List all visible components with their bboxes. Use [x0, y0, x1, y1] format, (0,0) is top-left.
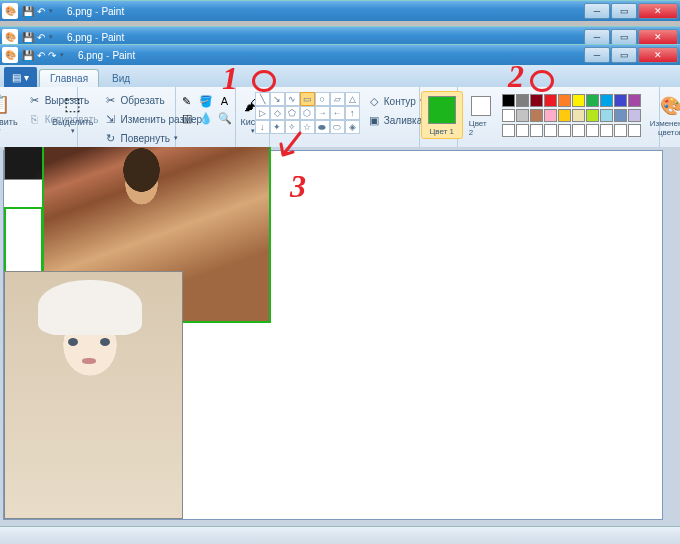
zoom-tool[interactable]: 🔍 [216, 110, 234, 126]
eraser-tool[interactable]: ◫ [178, 110, 196, 126]
swatch[interactable] [530, 109, 543, 122]
title-filename: 6.png [78, 50, 103, 61]
canvas-viewport[interactable] [0, 147, 680, 526]
minimize-button[interactable]: ─ [584, 47, 610, 63]
palette-row1[interactable] [502, 94, 641, 107]
qat-undo[interactable]: ↶ [37, 6, 45, 17]
swatch[interactable] [628, 94, 641, 107]
qat-redo[interactable]: ↷ [48, 50, 56, 61]
swatch[interactable] [614, 94, 627, 107]
swatch[interactable] [628, 109, 641, 122]
app-icon: 🎨 [2, 3, 18, 19]
swatch-empty[interactable] [516, 124, 529, 137]
crop-icon: ✂ [104, 93, 118, 107]
swatch[interactable] [614, 109, 627, 122]
swatch-empty[interactable] [600, 124, 613, 137]
qat-save[interactable]: 💾 [22, 50, 34, 61]
edit-colors-button[interactable]: 🎨 Изменение цветов [645, 91, 680, 140]
select-icon: ⬚ [61, 92, 85, 116]
swatch[interactable] [544, 94, 557, 107]
swatch[interactable] [600, 94, 613, 107]
maximize-button[interactable]: ▭ [611, 3, 637, 19]
statusbar [0, 526, 680, 544]
qat-more[interactable]: ▾ [49, 7, 53, 15]
color1-swatch [428, 96, 456, 124]
qat-more[interactable]: ▾ [60, 51, 64, 59]
swatch-empty[interactable] [586, 124, 599, 137]
swatch[interactable] [516, 94, 529, 107]
swatch[interactable] [600, 109, 613, 122]
shapes-gallery[interactable]: ╲↘∿▭○▱△ ▷◇⬠⬡→←↑ ↓✦✧☆⬬⬭◈ [255, 92, 360, 134]
swatch[interactable] [558, 109, 571, 122]
swatch[interactable] [544, 109, 557, 122]
swatch[interactable] [516, 109, 529, 122]
swatch[interactable] [502, 109, 515, 122]
qat-undo[interactable]: ↶ [37, 50, 45, 61]
close-button[interactable]: ✕ [638, 29, 678, 45]
swatch-empty[interactable] [614, 124, 627, 137]
swatch[interactable] [502, 94, 515, 107]
picker-tool[interactable]: 💧 [197, 110, 215, 126]
text-tool[interactable]: A [216, 93, 234, 109]
close-button[interactable]: ✕ [638, 47, 678, 63]
qat-save[interactable]: 💾 [22, 6, 34, 17]
title-app: Paint [112, 50, 135, 61]
fill-icon: ▣ [367, 113, 381, 127]
swatch[interactable] [586, 109, 599, 122]
titlebar-main[interactable]: 🎨 💾 ↶ ↷ ▾ 6.png - Paint ─ ▭ ✕ [0, 44, 680, 65]
swatch-empty[interactable] [572, 124, 585, 137]
resize-icon: ⇲ [104, 112, 118, 126]
rotate-icon: ↻ [104, 131, 118, 145]
qat-undo[interactable]: ↶ [37, 32, 45, 43]
edit-colors-icon: 🎨 [659, 94, 681, 118]
ribbon-tabs: ▤▾ Главная Вид [0, 65, 680, 87]
swatch-empty[interactable] [502, 124, 515, 137]
paste-button[interactable]: 📋 Вставить ▾ [0, 89, 23, 138]
canvas[interactable] [3, 150, 663, 520]
title-filename: 6.png [67, 6, 92, 17]
tab-view[interactable]: Вид [101, 69, 141, 87]
fill-tool[interactable]: 🪣 [197, 93, 215, 109]
qat-save[interactable]: 💾 [22, 32, 34, 43]
maximize-button[interactable]: ▭ [611, 47, 637, 63]
swatch[interactable] [586, 94, 599, 107]
select-button[interactable]: ⬚ Выделить ▾ [47, 89, 99, 138]
paste-icon: 📋 [0, 92, 11, 116]
outline-icon: ◇ [367, 94, 381, 108]
color1-button[interactable]: Цвет 1 [421, 91, 463, 139]
pencil-tool[interactable]: ✎ [178, 93, 196, 109]
swatch-empty[interactable] [628, 124, 641, 137]
shape-rectangle-selected: ▭ [300, 92, 315, 106]
swatch[interactable] [572, 109, 585, 122]
file-menu-button[interactable]: ▤▾ [4, 67, 37, 87]
swatch-empty[interactable] [530, 124, 543, 137]
swatch-empty[interactable] [558, 124, 571, 137]
cut-icon: ✂ [28, 93, 42, 107]
color2-swatch [471, 96, 491, 116]
photo-baby[interactable] [4, 271, 183, 519]
swatch[interactable] [558, 94, 571, 107]
palette-row3[interactable] [502, 124, 641, 137]
titlebar-bg1: 🎨 💾 ↶ ▾ 6.png - Paint ─ ▭ ✕ [0, 0, 680, 21]
swatch-empty[interactable] [544, 124, 557, 137]
swatch[interactable] [572, 94, 585, 107]
maximize-button[interactable]: ▭ [611, 29, 637, 45]
app-icon: 🎨 [2, 47, 18, 63]
swatch[interactable] [530, 94, 543, 107]
app-icon: 🎨 [2, 29, 18, 45]
copy-icon: ⎘ [28, 112, 42, 126]
tab-home[interactable]: Главная [39, 69, 99, 87]
minimize-button[interactable]: ─ [584, 3, 610, 19]
close-button[interactable]: ✕ [638, 3, 678, 19]
palette-row2[interactable] [502, 109, 641, 122]
title-app: Paint [101, 6, 124, 17]
qat-more[interactable]: ▾ [49, 33, 53, 41]
color2-button[interactable]: Цвет 2 [464, 91, 498, 140]
minimize-button[interactable]: ─ [584, 29, 610, 45]
